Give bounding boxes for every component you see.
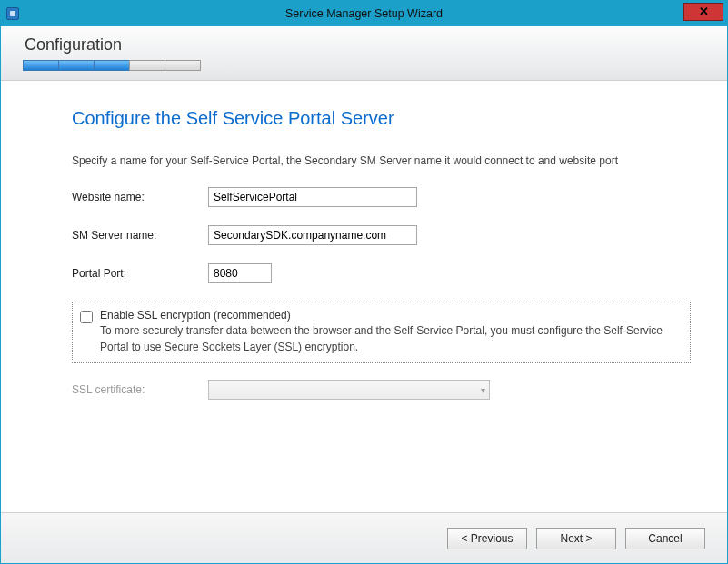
sm-server-label: SM Server name:	[72, 229, 208, 242]
portal-port-label: Portal Port:	[72, 267, 208, 280]
sm-server-row: SM Server name:	[72, 225, 691, 245]
next-button[interactable]: Next >	[536, 528, 616, 549]
progress-seg	[94, 60, 130, 71]
page-description: Specify a name for your Self-Service Por…	[72, 154, 691, 167]
wizard-window: Service Manager Setup Wizard ✕ Configura…	[0, 0, 728, 564]
progress-seg	[129, 60, 165, 71]
ssl-group: Enable SSL encryption (recommended) To m…	[72, 302, 691, 363]
header-band: Configuration	[1, 26, 727, 81]
progress-seg	[165, 60, 201, 71]
ssl-enable-checkbox[interactable]	[80, 311, 93, 323]
ssl-line2: To more securely transfer data between t…	[100, 323, 683, 355]
ssl-line1: Enable SSL encryption (recommended)	[100, 308, 683, 323]
sm-server-input[interactable]	[208, 225, 417, 245]
close-button[interactable]: ✕	[683, 3, 723, 21]
title-bar: Service Manager Setup Wizard ✕	[1, 1, 727, 26]
cancel-button[interactable]: Cancel	[625, 528, 705, 549]
previous-button[interactable]: < Previous	[447, 528, 527, 549]
website-name-label: Website name:	[72, 191, 208, 203]
website-name-row: Website name:	[72, 187, 691, 207]
chevron-down-icon: ▾	[481, 385, 485, 395]
footer-bar: < Previous Next > Cancel	[1, 512, 727, 563]
app-icon	[6, 7, 19, 20]
content-area: Configure the Self Service Portal Server…	[1, 81, 727, 400]
progress-seg	[58, 60, 95, 71]
ssl-text: Enable SSL encryption (recommended) To m…	[100, 308, 683, 355]
ssl-cert-dropdown[interactable]: ▾	[208, 380, 490, 400]
section-title: Configuration	[25, 35, 727, 54]
ssl-cert-label: SSL certificate:	[72, 383, 208, 396]
page-heading: Configure the Self Service Portal Server	[72, 108, 691, 129]
portal-port-row: Portal Port:	[72, 263, 691, 283]
window-title: Service Manager Setup Wizard	[1, 7, 727, 20]
website-name-input[interactable]	[208, 187, 417, 207]
progress-bar	[23, 60, 727, 71]
progress-seg	[23, 60, 59, 71]
portal-port-input[interactable]	[208, 263, 272, 283]
ssl-cert-row: SSL certificate: ▾	[72, 380, 691, 400]
